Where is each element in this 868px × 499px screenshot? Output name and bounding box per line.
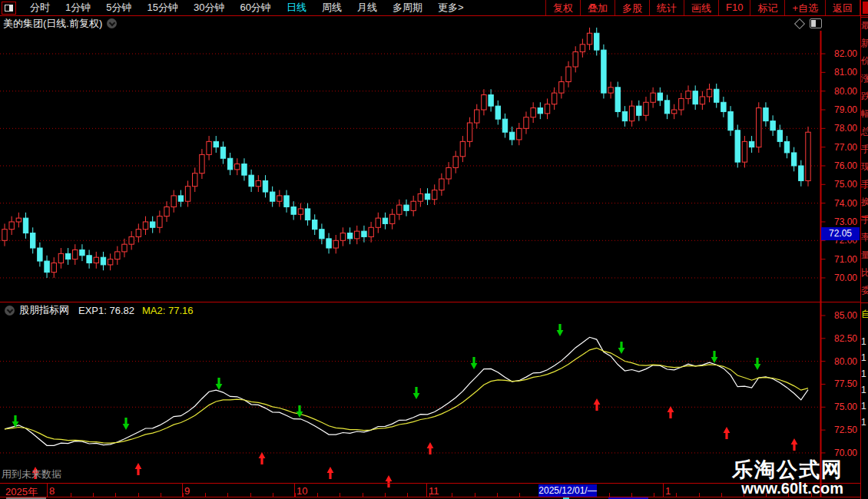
indicator-axis-label-75.00: 75.00	[825, 402, 857, 412]
strip-divider	[861, 187, 868, 187]
candle-down	[693, 91, 697, 104]
candle-up	[164, 207, 169, 216]
candle-down	[220, 147, 225, 159]
sell-arrow-icon	[413, 387, 420, 399]
indicator-line-MA2	[5, 348, 808, 443]
candle-down	[622, 111, 627, 121]
last-price-badge: 72.05	[821, 227, 860, 240]
candle-up	[559, 81, 564, 93]
candle-up	[58, 253, 63, 263]
main-axis-label-80.00: 80.00	[825, 86, 857, 97]
strip-char: 量	[861, 250, 868, 260]
candle-up	[757, 108, 761, 147]
candle-down	[291, 207, 296, 215]
strip-char: 换	[861, 197, 868, 207]
candle-down	[320, 230, 324, 239]
minor-tick	[340, 493, 340, 497]
candle-up	[94, 257, 98, 263]
indicator-ma2-value: MA2: 77.16	[142, 305, 194, 316]
buy-arrow-icon	[724, 427, 731, 439]
candle-up	[566, 67, 571, 81]
minor-tick	[183, 493, 184, 497]
strip-number: 1	[861, 401, 868, 411]
candle-up	[573, 52, 578, 67]
indicator-axis-label-80.00: 80.00	[825, 356, 857, 367]
candle-up	[200, 154, 204, 173]
selected-date-badge: 2025/12/01/—	[538, 484, 597, 497]
main-axis-label-73.00: 73.00	[825, 216, 857, 227]
sell-arrow-icon	[471, 357, 478, 369]
strip-number: 1	[861, 385, 868, 395]
indicator-axis-label-85.00: 85.00	[825, 310, 857, 321]
watermark-site-name: 乐淘公式网	[732, 459, 843, 481]
minor-tick	[497, 493, 498, 497]
candle-up	[51, 263, 56, 272]
main-axis-label-78.00: 78.00	[825, 123, 857, 134]
candle-up	[531, 108, 535, 117]
main-axis-label-71.00: 71.00	[825, 254, 857, 265]
strip-divider	[861, 17, 868, 18]
month-label-1: 1	[665, 485, 671, 497]
candle-down	[425, 193, 429, 199]
indicator-axis-label-77.50: 77.50	[825, 378, 857, 389]
candle-up	[355, 231, 359, 239]
month-tick-1	[663, 484, 664, 497]
strip-char: 比	[861, 267, 868, 278]
candle-up	[679, 98, 684, 110]
candle-up	[467, 123, 472, 141]
candle-up	[115, 252, 120, 259]
candle-up	[806, 132, 810, 180]
indicator-axis-label-72.50: 72.50	[825, 425, 857, 435]
candle-up	[411, 201, 416, 210]
minor-tick	[317, 493, 318, 497]
candle-down	[714, 89, 719, 102]
candle-down	[658, 93, 662, 101]
candle-up	[73, 250, 78, 259]
candle-up	[580, 45, 585, 52]
candle-down	[214, 141, 218, 147]
candle-down	[749, 141, 754, 147]
candle-down	[227, 158, 232, 170]
candle-down	[637, 106, 641, 115]
candle-down	[664, 101, 669, 114]
minor-tick	[519, 493, 520, 497]
candle-up	[277, 196, 282, 201]
candle-down	[383, 218, 387, 223]
strip-char: 委	[861, 285, 868, 296]
candle-up	[185, 187, 190, 201]
candle-up	[171, 196, 176, 207]
main-axis-label-81.00: 81.00	[825, 67, 857, 78]
trading-app-window: 分时1分钟5分钟15分钟30分钟60分钟日线周线月线多周期更多> 复权叠加多股统…	[0, 0, 868, 499]
candle-down	[489, 95, 493, 107]
minor-tick	[295, 493, 296, 497]
strip-number: 1	[861, 336, 868, 347]
candle-down	[764, 108, 768, 121]
strip-number: 1	[861, 417, 868, 428]
right-side-strip[interactable]: 最新价涨跌幅总手现手换手率量比委自111111	[861, 0, 868, 499]
candle-up	[333, 240, 338, 248]
candle-down	[150, 222, 154, 227]
sell-arrow-icon	[123, 418, 130, 430]
candle-up	[389, 214, 394, 223]
indicator-line-EXP1	[5, 337, 808, 445]
candle-up	[460, 141, 465, 156]
minor-tick	[385, 493, 386, 497]
candle-down	[326, 239, 331, 248]
candle-up	[136, 230, 141, 237]
candle-up	[700, 97, 704, 104]
candle-down	[777, 131, 782, 142]
buy-arrow-icon	[327, 467, 334, 479]
candle-down	[87, 256, 91, 263]
candle-down	[249, 175, 253, 187]
candle-down	[791, 153, 796, 166]
sell-arrow-icon	[618, 342, 625, 354]
strip-char-yellow: 自	[861, 309, 868, 319]
indicator-axis-label-82.50: 82.50	[825, 333, 857, 344]
candle-down	[347, 233, 352, 239]
minor-tick	[250, 493, 251, 497]
candle-up	[517, 128, 522, 140]
candle-up	[418, 193, 422, 201]
chevron-down-icon[interactable]	[5, 306, 15, 316]
candle-up	[545, 104, 549, 114]
candle-down	[509, 132, 514, 140]
